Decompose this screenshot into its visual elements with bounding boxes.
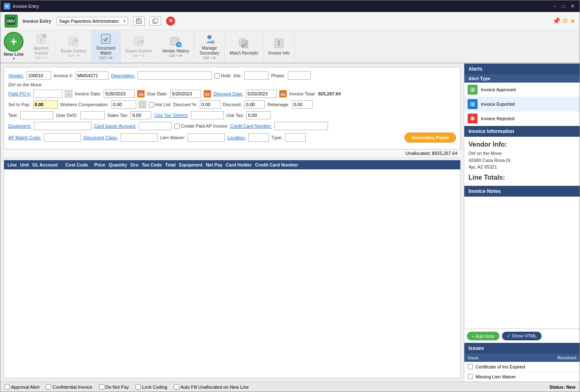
- vendor-history-button[interactable]: Vendor History Ctrl + H: [157, 30, 195, 62]
- hot-list-checkbox[interactable]: [149, 102, 154, 107]
- field-po-label[interactable]: Field PO #:: [8, 91, 31, 96]
- issues-col-headers: Issue Resolved: [464, 354, 580, 362]
- close-button[interactable]: ✕: [569, 2, 576, 10]
- credit-card-input[interactable]: [274, 122, 328, 130]
- approve-invoice-button[interactable]: $ ✓ ApproveInvoice Ctrl + A: [27, 30, 56, 62]
- svg-rect-4: [137, 21, 140, 23]
- invoice-information-header: Invoice Information: [464, 126, 580, 137]
- approval-alert-checkbox[interactable]: [5, 384, 10, 390]
- credit-card-label[interactable]: Credit Card Number:: [230, 124, 272, 128]
- user-def2-input[interactable]: [80, 111, 105, 119]
- equipment-label[interactable]: Equipment:: [8, 124, 31, 128]
- location-input[interactable]: [248, 133, 269, 142]
- card-issuer-input[interactable]: [139, 122, 172, 130]
- create-paid-ap-checkbox[interactable]: [174, 124, 180, 129]
- match-receipts-button[interactable]: Match Receipts: [225, 30, 264, 62]
- alert-row-rejected[interactable]: Invoice Rejected: [464, 112, 580, 126]
- equipment-input[interactable]: [34, 122, 92, 130]
- hold-label: Hold: [221, 73, 231, 78]
- new-line-button[interactable]: + New Line ▼: [0, 30, 27, 62]
- field-po-input[interactable]: [33, 90, 62, 98]
- auto-fill-checkbox[interactable]: [174, 384, 179, 390]
- alert-row-exported[interactable]: $ Invoice Exported: [464, 97, 580, 112]
- set-to-pay-input[interactable]: [33, 100, 58, 109]
- invoice-date-input[interactable]: [104, 90, 135, 98]
- col-line: Line: [6, 162, 19, 168]
- vendor-label[interactable]: Vendor:: [8, 73, 24, 78]
- lien-waiver-input[interactable]: [188, 133, 225, 142]
- add-note-button[interactable]: + Add Note: [467, 332, 499, 340]
- use-tax-district-input[interactable]: [191, 111, 224, 119]
- show-html-button[interactable]: ✓ Show HTML: [502, 332, 542, 340]
- new-line-circle: +: [4, 32, 24, 52]
- ap-match-input[interactable]: [44, 133, 81, 142]
- do-not-pay-checkbox[interactable]: [99, 384, 105, 390]
- sidebar-scroll[interactable]: Vendor Info: Dirt on the Move 42680 Casa…: [464, 137, 580, 382]
- discount-date-input[interactable]: [246, 90, 277, 98]
- col-gro: Gro: [129, 162, 140, 168]
- field-po-button[interactable]: ...: [65, 90, 72, 97]
- phase-input[interactable]: [288, 71, 311, 80]
- workers-comp-button[interactable]: 📋: [139, 101, 146, 108]
- notes-area[interactable]: [464, 197, 580, 329]
- lock-coding-checkbox[interactable]: [135, 384, 141, 390]
- unallocated-label: Unallocated:: [406, 151, 431, 156]
- type-input[interactable]: [285, 133, 306, 142]
- vendor-name-row: Dirt on the Move: [8, 82, 456, 87]
- description-label[interactable]: Description:: [111, 73, 135, 78]
- route-invoice-button[interactable]: $ Route Invoice Ctrl + R: [56, 30, 91, 62]
- workers-comp-input[interactable]: [112, 100, 136, 109]
- confidential-invoice-checkbox[interactable]: [46, 384, 51, 390]
- issue-cert-checkbox[interactable]: [468, 364, 473, 369]
- document-match-button[interactable]: $ DocumentMatch Ctrl + M: [91, 30, 121, 62]
- secondary-payee-button[interactable]: Secondary Payee: [404, 133, 456, 143]
- discount-input[interactable]: [244, 100, 265, 109]
- sales-tax-input[interactable]: [131, 111, 151, 119]
- top-toolbar: INV Invoice Entry Sage Paperless Adminis…: [0, 12, 580, 64]
- due-date-calendar-icon[interactable]: 📅: [204, 90, 211, 97]
- hold-checkbox[interactable]: [214, 73, 220, 78]
- card-issuer-label[interactable]: Card Issuer Account:: [94, 124, 136, 128]
- status-bar: Approval Alert Confidential Invoice Do N…: [0, 382, 580, 392]
- invoice-date-calendar-icon[interactable]: 📅: [137, 90, 145, 97]
- approval-alert-item: Approval Alert: [5, 384, 39, 390]
- col-unit: Unit: [19, 162, 31, 168]
- duplicate-button[interactable]: [150, 17, 161, 26]
- ap-match-label[interactable]: AP Match Code:: [8, 135, 41, 140]
- discount-date-calendar-icon[interactable]: 📅: [279, 90, 287, 97]
- invoice-info-button[interactable]: $ Invoice Info: [264, 30, 295, 62]
- star-icon[interactable]: ★: [570, 17, 575, 25]
- alert-row-approved[interactable]: $ Invoice Approved: [464, 83, 580, 97]
- save-button[interactable]: [133, 17, 145, 26]
- approve-invoice-label: ApproveInvoice: [33, 46, 49, 56]
- location-label[interactable]: Location:: [227, 135, 246, 140]
- cancel-button[interactable]: ✕: [166, 17, 175, 26]
- use-tax-input[interactable]: [246, 111, 271, 119]
- title-bar-left: IE Invoice Entry: [4, 3, 39, 10]
- retainage-input[interactable]: [292, 100, 313, 109]
- vendor-input[interactable]: [26, 71, 51, 80]
- svg-text:INV: INV: [7, 19, 15, 24]
- discount-date-label[interactable]: Discount Date:: [214, 91, 243, 96]
- gear-icon[interactable]: ⚙: [562, 17, 568, 25]
- job-input[interactable]: [244, 71, 269, 80]
- invoice-num-input[interactable]: [76, 71, 109, 80]
- document-class-input[interactable]: [121, 133, 158, 142]
- alert-rejected-icon: [468, 114, 478, 124]
- description-input[interactable]: [138, 71, 212, 80]
- manage-secondary-button[interactable]: ManageSecondary Ctrl + G: [195, 30, 225, 62]
- discount-pct-input[interactable]: [200, 100, 221, 109]
- col-equipment: Equipment: [177, 162, 204, 168]
- issue-lien-checkbox[interactable]: [468, 374, 473, 379]
- due-date-input[interactable]: [170, 90, 201, 98]
- export-invoice-button[interactable]: $ Export Invoice Ctrl + E: [121, 30, 157, 62]
- svg-text:✓: ✓: [42, 33, 46, 38]
- document-class-label[interactable]: Document Class:: [83, 135, 118, 140]
- minimize-button[interactable]: −: [551, 2, 558, 10]
- match-receipts-label: Match Receipts: [230, 51, 258, 56]
- restore-button[interactable]: □: [560, 2, 567, 10]
- user-dropdown[interactable]: Sage Paperless Administrator: [56, 17, 128, 25]
- use-tax-district-label[interactable]: 'Use Tax' District:: [154, 113, 188, 118]
- pin-icon[interactable]: 📌: [552, 17, 561, 25]
- test-input[interactable]: [20, 111, 53, 119]
